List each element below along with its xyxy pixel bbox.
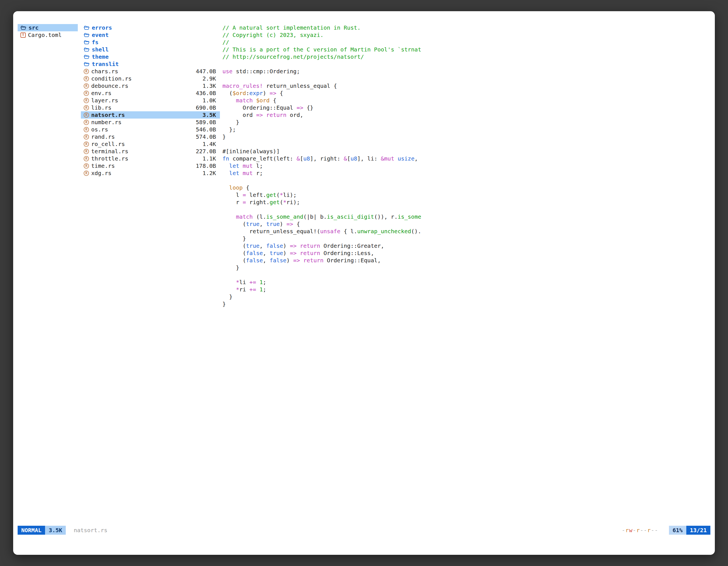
folder-icon: [84, 39, 90, 45]
rust-file-icon: R: [84, 142, 89, 147]
rust-file-icon: R: [84, 105, 89, 111]
rust-file-icon: R: [84, 69, 89, 74]
file-row-shell[interactable]: shell: [81, 46, 220, 53]
file-row-natsort.rs[interactable]: Rnatsort.rs3.5K: [81, 111, 220, 119]
code-line: (false, false) => return Ordering::Equal…: [222, 257, 614, 264]
file-size: 1.4K: [203, 140, 216, 148]
code-line: fn compare_left(left: &[u8], right: &[u8…: [222, 155, 614, 162]
code-line: }: [222, 119, 614, 126]
file-name: env.rs: [91, 90, 111, 97]
rust-file-icon: R: [84, 98, 89, 103]
file-name: throttle.rs: [91, 155, 128, 162]
current-pane: errorseventfsshellthemetranslitRchars.rs…: [81, 24, 220, 177]
file-row-event[interactable]: event: [81, 31, 220, 39]
permission-char: -: [644, 527, 647, 534]
file-size: 447.0B: [196, 68, 216, 75]
file-row-layer.rs[interactable]: Rlayer.rs1.0K: [81, 97, 220, 104]
permission-char: -: [655, 527, 658, 534]
file-size: 574.0B: [196, 133, 216, 140]
file-row-env.rs[interactable]: Renv.rs436.0B: [81, 90, 220, 97]
code-line: *ri += 1;: [222, 286, 614, 293]
file-size: 589.0B: [196, 119, 216, 126]
code-line: // A natural sort implementation in Rust…: [222, 24, 614, 31]
code-line: *li += 1;: [222, 279, 614, 286]
code-line: let mut r;: [222, 170, 614, 177]
permissions-text: -rw-r--r--: [622, 526, 658, 535]
status-bar: NORMAL 3.5K natsort.rs -rw-r--r-- 61% 13…: [18, 526, 710, 535]
yazi-window: srcTCargo.toml errorseventfsshellthemetr…: [13, 11, 715, 555]
file-row-chars.rs[interactable]: Rchars.rs447.0B: [81, 68, 220, 75]
file-size: 178.0B: [196, 162, 216, 170]
code-line: (true, true) => {: [222, 220, 614, 228]
file-row-ro_cell.rs[interactable]: Rro_cell.rs1.4K: [81, 140, 220, 148]
file-size: 546.0B: [196, 126, 216, 133]
code-line: match (l.is_some_and(|b| b.is_ascii_digi…: [222, 213, 614, 220]
code-line: Ordering::Equal => {}: [222, 104, 614, 111]
parent-pane: srcTCargo.toml: [18, 24, 78, 39]
file-name: theme: [92, 53, 109, 60]
cursor-position-badge: 13/21: [686, 526, 710, 535]
code-line: // This is a port of the C version of Ma…: [222, 46, 614, 53]
file-name: number.rs: [91, 119, 121, 126]
file-name: layer.rs: [91, 97, 118, 104]
code-line: };: [222, 126, 614, 133]
file-row-terminal.rs[interactable]: Rterminal.rs227.0B: [81, 148, 220, 155]
folder-icon: [84, 47, 90, 53]
code-line: let mut l;: [222, 162, 614, 170]
file-row-src[interactable]: src: [18, 24, 78, 31]
code-line: match $ord {: [222, 97, 614, 104]
file-row-os.rs[interactable]: Ros.rs546.0B: [81, 126, 220, 133]
rust-file-icon: R: [84, 83, 89, 89]
file-row-Cargo.toml[interactable]: TCargo.toml: [18, 31, 78, 39]
rust-file-icon: R: [84, 76, 89, 81]
file-row-debounce.rs[interactable]: Rdebounce.rs1.3K: [81, 82, 220, 90]
file-row-throttle.rs[interactable]: Rthrottle.rs1.1K: [81, 155, 220, 162]
file-name: chars.rs: [91, 68, 118, 75]
file-name: lib.rs: [91, 104, 111, 111]
code-line: macro_rules! return_unless_equal {: [222, 82, 614, 90]
file-row-xdg.rs[interactable]: Rxdg.rs1.2K: [81, 170, 220, 177]
file-size: 227.0B: [196, 148, 216, 155]
code-line: [222, 60, 614, 68]
file-size: 1.0K: [203, 97, 216, 104]
permission-char: w: [629, 527, 633, 534]
file-name: ro_cell.rs: [91, 140, 125, 148]
code-line: loop {: [222, 184, 614, 191]
code-line: #[inline(always)]: [222, 148, 614, 155]
file-row-rand.rs[interactable]: Rrand.rs574.0B: [81, 133, 220, 140]
code-line: [222, 140, 614, 148]
code-line: [222, 206, 614, 213]
folder-icon: [20, 25, 26, 31]
code-line: ord => return ord,: [222, 111, 614, 119]
file-row-translit[interactable]: translit: [81, 60, 220, 68]
file-size: 1.2K: [203, 170, 216, 177]
file-name: os.rs: [91, 126, 108, 133]
folder-icon: [84, 32, 90, 38]
status-filename: natsort.rs: [74, 526, 107, 535]
code-line: }: [222, 293, 614, 300]
rust-file-icon: R: [84, 112, 89, 118]
file-row-lib.rs[interactable]: Rlib.rs690.0B: [81, 104, 220, 111]
folder-icon: [84, 61, 90, 67]
permission-char: r: [647, 527, 651, 534]
file-size: 3.5K: [203, 111, 216, 119]
file-row-condition.rs[interactable]: Rcondition.rs2.9K: [81, 75, 220, 82]
file-row-time.rs[interactable]: Rtime.rs178.0B: [81, 162, 220, 170]
code-line: }: [222, 264, 614, 271]
rust-file-icon: R: [84, 127, 89, 132]
file-row-number.rs[interactable]: Rnumber.rs589.0B: [81, 119, 220, 126]
code-line: }: [222, 235, 614, 242]
code-line: use std::cmp::Ordering;: [222, 68, 614, 75]
rust-file-icon: R: [84, 149, 89, 154]
file-row-errors[interactable]: errors: [81, 24, 220, 31]
code-line: ($ord:expr) => {: [222, 90, 614, 97]
code-line: return_unless_equal!(unsafe { l.unwrap_u…: [222, 228, 614, 235]
file-row-theme[interactable]: theme: [81, 53, 220, 60]
permission-char: r: [636, 527, 640, 534]
file-name: rand.rs: [91, 133, 115, 140]
file-name: natsort.rs: [91, 111, 125, 119]
rust-file-icon: R: [84, 163, 89, 169]
file-row-fs[interactable]: fs: [81, 39, 220, 46]
code-line: }: [222, 133, 614, 140]
permission-char: -: [622, 527, 625, 534]
